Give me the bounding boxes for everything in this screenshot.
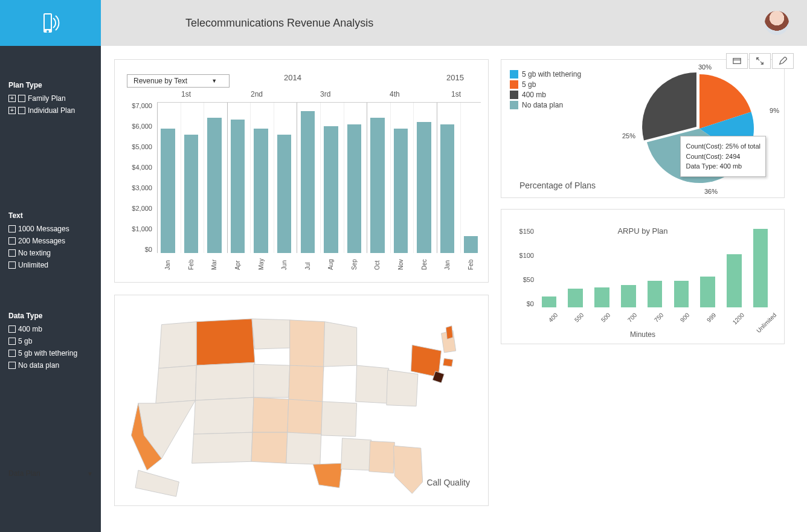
user-avatar[interactable] [765,11,789,35]
chevron-down-icon: ▼ [211,78,217,84]
revenue-metric-dropdown[interactable]: Revenue by Text▼ [127,74,230,88]
filter-no-data-plan[interactable]: No data plan [8,361,92,370]
page-title: Telecommunications Revenue Analysis [185,17,373,30]
checkbox-icon[interactable] [8,225,16,232]
arpu-chart-card: ARPU by Plan $150$100$50$0 4005505007007… [501,209,785,344]
legend-swatch [510,70,518,79]
data-plan-dropdown[interactable]: Data Plan▼ [8,469,93,478]
tab-new-button[interactable] [726,53,748,69]
arpu-y-axis: $150$100$50$0 [507,228,534,307]
filter-200-messages[interactable]: 200 Messages [8,237,92,245]
chevron-down-icon: ▼ [87,470,93,477]
expand-icon[interactable]: + [8,107,16,114]
us-map [121,301,482,499]
filter-unlimited[interactable]: Unlimited [8,261,92,269]
filter-individual-plan[interactable]: +Individual Plan [8,106,92,115]
checkbox-icon[interactable] [8,261,16,269]
pie-chart-card: 5 gb with tethering 5 gb 400 mb No data … [501,59,785,198]
revenue-y-axis: $7,000$6,000$5,000$4,000$3,000$2,000$1,0… [122,102,152,253]
app-header: Telecommunications Revenue Analysis [0,0,807,46]
pie-tooltip: Count(Cost): 25% of total Count(Cost): 2… [680,136,766,177]
expand-button[interactable] [749,53,771,69]
filter-no-texting[interactable]: No texting [8,249,92,257]
filter-group-plan-type: Plan Type [8,81,92,89]
revenue-chart-card: Revenue by Text▼ 2014 2015 1st 2nd 3rd 4… [114,59,489,283]
legend-swatch [510,80,518,89]
filter-5gb-tether[interactable]: 5 gb with tethering [8,349,92,357]
checkbox-icon[interactable] [8,325,16,333]
filter-5gb[interactable]: 5 gb [8,337,92,345]
filter-group-data-type: Data Type [8,312,92,320]
app-logo [0,0,101,46]
checkbox-icon[interactable] [8,350,16,357]
edit-button[interactable] [772,53,794,69]
card-toolbar [726,53,794,69]
legend-swatch [510,91,518,99]
filter-family-plan[interactable]: +Family Plan [8,94,92,103]
filter-1000-messages[interactable]: 1000 Messages [8,225,92,233]
svg-point-2 [47,30,49,33]
year-2014-label: 2014 [284,73,301,82]
sidebar: Plan Type +Family Plan +Individual Plan … [0,46,101,532]
map-title: Call Quality [426,478,470,487]
arpu-bars: 4005505007007509009991200Unlimited [538,228,772,307]
checkbox-icon[interactable] [18,95,25,102]
checkbox-icon[interactable] [8,338,16,345]
filter-group-text: Text [8,211,92,220]
expand-icon[interactable]: + [8,95,16,102]
pie-title: Percentage of Plans [519,181,596,190]
checkbox-icon[interactable] [8,362,16,369]
legend-swatch [510,101,518,109]
svg-rect-1 [45,14,51,29]
filter-400mb[interactable]: 400 mb [8,325,92,333]
svg-rect-3 [733,59,741,64]
revenue-bars: JanFebMarAprMayJunJulAugSepOctNovDecJanF… [157,102,481,253]
title-bar: Telecommunications Revenue Analysis [101,0,807,46]
year-2015-label: 2015 [446,73,464,82]
checkbox-icon[interactable] [8,249,16,257]
arpu-x-label: Minutes [630,330,655,339]
checkbox-icon[interactable] [18,107,25,114]
dashboard-content: Revenue by Text▼ 2014 2015 1st 2nd 3rd 4… [101,46,807,532]
checkbox-icon[interactable] [8,237,16,245]
call-quality-map-card: Call Quality [114,295,489,506]
